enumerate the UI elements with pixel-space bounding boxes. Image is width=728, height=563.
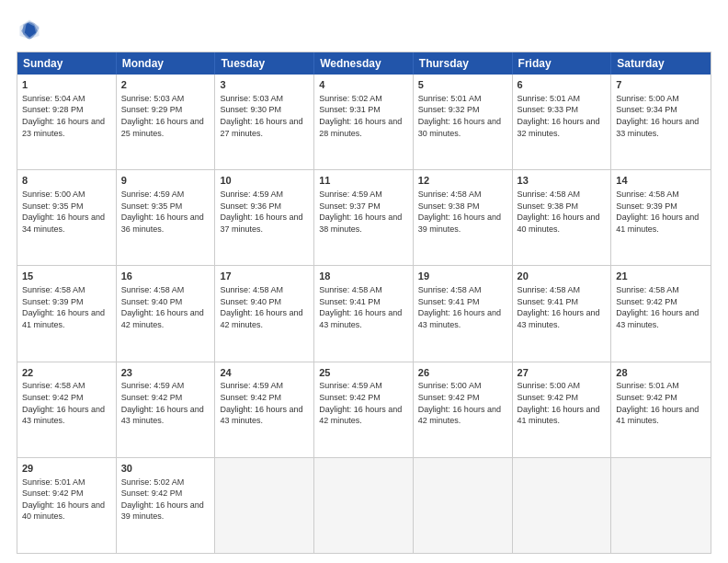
cell-info: Sunrise: 4:59 AMSunset: 9:42 PMDaylight:…: [220, 380, 309, 426]
day-number: 1: [22, 78, 111, 92]
empty-cell: [314, 458, 414, 553]
cell-info: Sunrise: 5:03 AMSunset: 9:30 PMDaylight:…: [220, 93, 309, 139]
day-number: 27: [518, 366, 607, 380]
cell-info: Sunrise: 4:58 AMSunset: 9:40 PMDaylight:…: [220, 284, 309, 330]
cell-info: Sunrise: 5:01 AMSunset: 9:32 PMDaylight:…: [418, 93, 507, 139]
day-number: 23: [121, 366, 210, 380]
day-cell-15: 15 Sunrise: 4:58 AMSunset: 9:39 PMDaylig…: [17, 266, 117, 361]
day-cell-21: 21 Sunrise: 4:58 AMSunset: 9:42 PMDaylig…: [611, 266, 711, 361]
day-cell-25: 25 Sunrise: 4:59 AMSunset: 9:42 PMDaylig…: [314, 362, 414, 457]
cell-info: Sunrise: 4:59 AMSunset: 9:37 PMDaylight:…: [319, 189, 408, 235]
day-number: 18: [319, 270, 408, 283]
day-cell-1: 1 Sunrise: 5:04 AMSunset: 9:28 PMDayligh…: [17, 75, 117, 169]
day-cell-13: 13 Sunrise: 4:58 AMSunset: 9:38 PMDaylig…: [513, 170, 612, 265]
page-header: [17, 17, 711, 42]
cell-info: Sunrise: 4:58 AMSunset: 9:42 PMDaylight:…: [616, 284, 706, 330]
day-number: 2: [121, 78, 210, 92]
day-number: 24: [220, 366, 309, 380]
calendar: SundayMondayTuesdayWednesdayThursdayFrid…: [17, 52, 711, 554]
day-number: 10: [220, 174, 309, 188]
header-cell-tuesday: Tuesday: [215, 52, 314, 75]
day-cell-16: 16 Sunrise: 4:58 AMSunset: 9:40 PMDaylig…: [117, 266, 216, 361]
header-cell-sunday: Sunday: [17, 52, 117, 75]
calendar-row-4: 22 Sunrise: 4:58 AMSunset: 9:42 PMDaylig…: [17, 362, 711, 458]
day-cell-9: 9 Sunrise: 4:59 AMSunset: 9:35 PMDayligh…: [117, 170, 216, 265]
day-number: 30: [121, 462, 210, 476]
day-number: 12: [418, 174, 507, 188]
day-number: 4: [319, 78, 408, 92]
day-cell-22: 22 Sunrise: 4:58 AMSunset: 9:42 PMDaylig…: [17, 362, 117, 457]
day-number: 21: [616, 270, 706, 283]
cell-info: Sunrise: 4:58 AMSunset: 9:38 PMDaylight:…: [518, 189, 607, 235]
day-cell-30: 30 Sunrise: 5:02 AMSunset: 9:42 PMDaylig…: [117, 458, 216, 553]
empty-cell: [611, 458, 711, 553]
day-cell-3: 3 Sunrise: 5:03 AMSunset: 9:30 PMDayligh…: [215, 75, 314, 169]
logo-icon: [17, 17, 42, 42]
day-cell-28: 28 Sunrise: 5:01 AMSunset: 9:42 PMDaylig…: [611, 362, 711, 457]
day-cell-27: 27 Sunrise: 5:00 AMSunset: 9:42 PMDaylig…: [513, 362, 612, 457]
day-cell-14: 14 Sunrise: 4:58 AMSunset: 9:39 PMDaylig…: [611, 170, 711, 265]
cell-info: Sunrise: 4:59 AMSunset: 9:35 PMDaylight:…: [121, 189, 210, 235]
header-cell-wednesday: Wednesday: [314, 52, 414, 75]
day-cell-26: 26 Sunrise: 5:00 AMSunset: 9:42 PMDaylig…: [414, 362, 513, 457]
day-number: 28: [616, 366, 706, 380]
day-number: 25: [319, 366, 408, 380]
day-cell-7: 7 Sunrise: 5:00 AMSunset: 9:34 PMDayligh…: [611, 75, 711, 169]
calendar-row-1: 1 Sunrise: 5:04 AMSunset: 9:28 PMDayligh…: [17, 75, 711, 170]
day-number: 14: [616, 174, 706, 188]
cell-info: Sunrise: 5:00 AMSunset: 9:42 PMDaylight:…: [418, 380, 507, 426]
cell-info: Sunrise: 5:02 AMSunset: 9:31 PMDaylight:…: [319, 93, 408, 139]
header-cell-friday: Friday: [513, 52, 612, 75]
logo: [17, 17, 46, 42]
cell-info: Sunrise: 5:00 AMSunset: 9:34 PMDaylight:…: [616, 93, 706, 139]
day-cell-4: 4 Sunrise: 5:02 AMSunset: 9:31 PMDayligh…: [314, 75, 414, 169]
header-cell-saturday: Saturday: [611, 52, 711, 75]
day-cell-10: 10 Sunrise: 4:59 AMSunset: 9:36 PMDaylig…: [215, 170, 314, 265]
day-cell-24: 24 Sunrise: 4:59 AMSunset: 9:42 PMDaylig…: [215, 362, 314, 457]
day-number: 19: [418, 270, 507, 283]
cell-info: Sunrise: 4:58 AMSunset: 9:38 PMDaylight:…: [418, 189, 507, 235]
cell-info: Sunrise: 5:01 AMSunset: 9:42 PMDaylight:…: [22, 477, 111, 523]
cell-info: Sunrise: 5:00 AMSunset: 9:35 PMDaylight:…: [22, 189, 111, 235]
cell-info: Sunrise: 5:04 AMSunset: 9:28 PMDaylight:…: [22, 93, 111, 139]
cell-info: Sunrise: 4:58 AMSunset: 9:41 PMDaylight:…: [418, 284, 507, 330]
day-number: 17: [220, 270, 309, 283]
day-number: 22: [22, 366, 111, 380]
cell-info: Sunrise: 5:03 AMSunset: 9:29 PMDaylight:…: [121, 93, 210, 139]
cell-info: Sunrise: 4:58 AMSunset: 9:40 PMDaylight:…: [121, 284, 210, 330]
day-number: 11: [319, 174, 408, 188]
cell-info: Sunrise: 4:58 AMSunset: 9:39 PMDaylight:…: [616, 189, 706, 235]
day-cell-5: 5 Sunrise: 5:01 AMSunset: 9:32 PMDayligh…: [414, 75, 513, 169]
day-number: 5: [418, 78, 507, 92]
day-cell-20: 20 Sunrise: 4:58 AMSunset: 9:41 PMDaylig…: [513, 266, 612, 361]
day-number: 13: [518, 174, 607, 188]
calendar-row-5: 29 Sunrise: 5:01 AMSunset: 9:42 PMDaylig…: [17, 458, 711, 553]
day-cell-18: 18 Sunrise: 4:58 AMSunset: 9:41 PMDaylig…: [314, 266, 414, 361]
day-number: 8: [22, 174, 111, 188]
cell-info: Sunrise: 4:58 AMSunset: 9:41 PMDaylight:…: [319, 284, 408, 330]
cell-info: Sunrise: 5:02 AMSunset: 9:42 PMDaylight:…: [121, 477, 210, 523]
cell-info: Sunrise: 4:58 AMSunset: 9:42 PMDaylight:…: [22, 380, 111, 426]
day-cell-17: 17 Sunrise: 4:58 AMSunset: 9:40 PMDaylig…: [215, 266, 314, 361]
day-cell-8: 8 Sunrise: 5:00 AMSunset: 9:35 PMDayligh…: [17, 170, 117, 265]
day-cell-12: 12 Sunrise: 4:58 AMSunset: 9:38 PMDaylig…: [414, 170, 513, 265]
cell-info: Sunrise: 5:01 AMSunset: 9:42 PMDaylight:…: [616, 380, 706, 426]
cell-info: Sunrise: 4:59 AMSunset: 9:42 PMDaylight:…: [121, 380, 210, 426]
day-number: 26: [418, 366, 507, 380]
empty-cell: [215, 458, 314, 553]
day-number: 7: [616, 78, 706, 92]
day-cell-11: 11 Sunrise: 4:59 AMSunset: 9:37 PMDaylig…: [314, 170, 414, 265]
empty-cell: [513, 458, 612, 553]
cell-info: Sunrise: 5:00 AMSunset: 9:42 PMDaylight:…: [518, 380, 607, 426]
day-cell-23: 23 Sunrise: 4:59 AMSunset: 9:42 PMDaylig…: [117, 362, 216, 457]
cell-info: Sunrise: 4:59 AMSunset: 9:36 PMDaylight:…: [220, 189, 309, 235]
day-number: 15: [22, 270, 111, 283]
day-cell-29: 29 Sunrise: 5:01 AMSunset: 9:42 PMDaylig…: [17, 458, 117, 553]
calendar-header: SundayMondayTuesdayWednesdayThursdayFrid…: [17, 52, 711, 75]
day-number: 3: [220, 78, 309, 92]
cell-info: Sunrise: 4:58 AMSunset: 9:39 PMDaylight:…: [22, 284, 111, 330]
day-number: 16: [121, 270, 210, 283]
calendar-row-3: 15 Sunrise: 4:58 AMSunset: 9:39 PMDaylig…: [17, 266, 711, 362]
cell-info: Sunrise: 4:58 AMSunset: 9:41 PMDaylight:…: [518, 284, 607, 330]
calendar-row-2: 8 Sunrise: 5:00 AMSunset: 9:35 PMDayligh…: [17, 170, 711, 266]
